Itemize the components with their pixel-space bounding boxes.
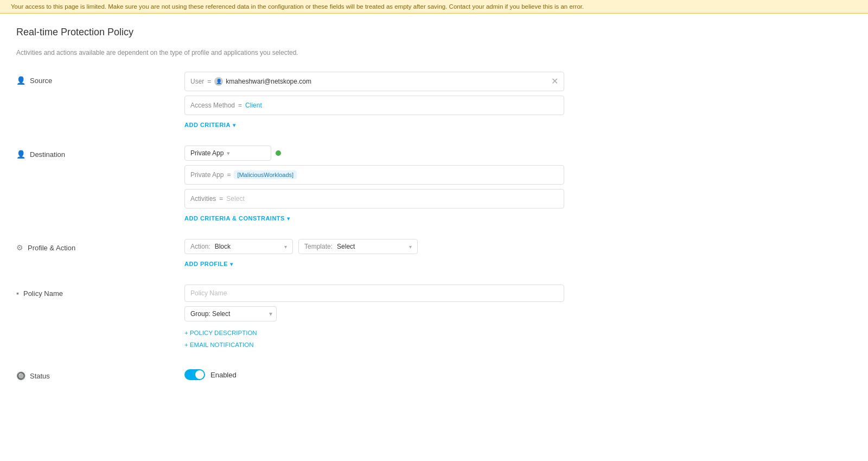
email-notification-button[interactable]: + EMAIL NOTIFICATION bbox=[184, 340, 253, 350]
policy-description-label: + POLICY DESCRIPTION bbox=[184, 330, 257, 336]
extra-links: + POLICY DESCRIPTION + EMAIL NOTIFICATIO… bbox=[184, 328, 564, 350]
add-criteria-arrow-icon: ▾ bbox=[233, 122, 236, 128]
add-profile-label: ADD PROFILE bbox=[184, 261, 228, 267]
remove-user-button[interactable]: ✕ bbox=[550, 76, 559, 87]
policy-name-input[interactable] bbox=[184, 285, 564, 302]
destination-icon: 👤 bbox=[16, 150, 25, 159]
template-dropdown[interactable]: Template: Select ▾ bbox=[298, 239, 418, 254]
group-select[interactable]: Group: Select bbox=[184, 306, 277, 321]
destination-type-dropdown[interactable]: Private App ▾ bbox=[184, 146, 271, 161]
add-profile-button[interactable]: ADD PROFILE ▾ bbox=[184, 258, 233, 269]
action-chevron-icon: ▾ bbox=[284, 244, 287, 250]
user-email-value: kmaheshwari@netskope.com bbox=[226, 78, 311, 85]
add-criteria-label: ADD CRITERIA bbox=[184, 122, 231, 128]
destination-section: 👤 Destination Private App ▾ Private App … bbox=[16, 146, 852, 224]
policy-name-content: Group: Select + POLICY DESCRIPTION + EMA… bbox=[184, 285, 564, 352]
source-section: 👤 Source User = 👤 kmaheshwari@netskope.c… bbox=[16, 72, 852, 130]
template-chevron-icon: ▾ bbox=[409, 244, 412, 250]
page-title: Real-time Protection Policy bbox=[16, 27, 852, 38]
source-label-text: Source bbox=[30, 77, 52, 85]
page-container: Real-time Protection Policy Activities a… bbox=[0, 14, 868, 461]
access-method-value: Client bbox=[245, 102, 262, 109]
action-dropdown[interactable]: Action: Block ▾ bbox=[184, 239, 293, 254]
policy-name-section: ▪ Policy Name Group: Select + POLICY DES… bbox=[16, 285, 852, 352]
destination-content: Private App ▾ Private App = [MaliciousWo… bbox=[184, 146, 564, 224]
warning-banner: Your access to this page is limited. Mak… bbox=[0, 0, 868, 14]
status-toggle-label: Enabled bbox=[210, 371, 237, 379]
chevron-down-icon: ▾ bbox=[227, 150, 230, 157]
warning-text: Your access to this page is limited. Mak… bbox=[11, 3, 584, 10]
user-label: User bbox=[190, 78, 204, 85]
policy-name-section-label: ▪ Policy Name bbox=[16, 285, 184, 298]
status-label-text: Status bbox=[30, 372, 50, 380]
activities-placeholder: Select bbox=[226, 195, 244, 203]
policy-name-icon: ▪ bbox=[16, 289, 19, 298]
destination-label-text: Destination bbox=[30, 150, 65, 159]
private-app-value: [MaliciousWorkloads] bbox=[234, 170, 297, 179]
policy-name-label-text: Policy Name bbox=[23, 289, 63, 298]
email-notification-label: + EMAIL NOTIFICATION bbox=[184, 342, 253, 348]
template-value: Select bbox=[337, 243, 355, 250]
source-content: User = 👤 kmaheshwari@netskope.com ✕ Acce… bbox=[184, 72, 564, 130]
user-avatar-icon: 👤 bbox=[214, 77, 223, 86]
profile-action-label-text: Profile & Action bbox=[28, 244, 75, 252]
destination-label: 👤 Destination bbox=[16, 146, 184, 159]
private-app-label: Private App bbox=[190, 171, 224, 179]
status-section: 🔘 Status Enabled bbox=[16, 367, 852, 380]
status-toggle[interactable] bbox=[184, 369, 205, 380]
profile-action-section: ⚙ Profile & Action Action: Block ▾ Templ… bbox=[16, 239, 852, 269]
add-criteria-constraints-label: ADD CRITERIA & CONSTRAINTS bbox=[184, 215, 285, 222]
source-label: 👤 Source bbox=[16, 72, 184, 85]
dest-type-label: Private App bbox=[190, 149, 224, 157]
action-label: Action: bbox=[190, 243, 210, 250]
private-app-row: Private App = [MaliciousWorkloads] bbox=[184, 165, 564, 185]
status-toggle-container: Enabled bbox=[184, 369, 564, 380]
source-user-row: User = 👤 kmaheshwari@netskope.com ✕ bbox=[184, 72, 564, 91]
add-criteria-constraints-arrow-icon: ▾ bbox=[287, 216, 290, 222]
profile-action-icon: ⚙ bbox=[16, 243, 23, 252]
template-label: Template: bbox=[304, 243, 333, 250]
access-method-label: Access Method bbox=[190, 102, 235, 109]
status-icon: 🔘 bbox=[16, 371, 25, 380]
action-value: Block bbox=[215, 243, 231, 250]
activities-row: Activities = Select bbox=[184, 189, 564, 209]
green-status-dot bbox=[276, 150, 281, 156]
status-section-label: 🔘 Status bbox=[16, 367, 184, 380]
status-content: Enabled bbox=[184, 367, 564, 380]
user-value-container: 👤 kmaheshwari@netskope.com bbox=[214, 77, 311, 86]
add-criteria-constraints-button[interactable]: ADD CRITERIA & CONSTRAINTS ▾ bbox=[184, 213, 290, 224]
destination-type-row: Private App ▾ bbox=[184, 146, 564, 161]
action-template-row: Action: Block ▾ Template: Select ▾ bbox=[184, 239, 564, 254]
page-subtitle: Activities and actions available are dep… bbox=[16, 49, 852, 56]
profile-action-label: ⚙ Profile & Action bbox=[16, 239, 184, 252]
policy-description-button[interactable]: + POLICY DESCRIPTION bbox=[184, 328, 257, 338]
add-profile-arrow-icon: ▾ bbox=[230, 261, 233, 267]
source-icon: 👤 bbox=[16, 76, 25, 85]
profile-action-content: Action: Block ▾ Template: Select ▾ ADD P… bbox=[184, 239, 564, 269]
add-criteria-button[interactable]: ADD CRITERIA ▾ bbox=[184, 119, 235, 130]
access-method-row: Access Method = Client bbox=[184, 96, 564, 115]
group-select-wrapper: Group: Select bbox=[184, 306, 277, 321]
activities-label: Activities bbox=[190, 195, 216, 203]
